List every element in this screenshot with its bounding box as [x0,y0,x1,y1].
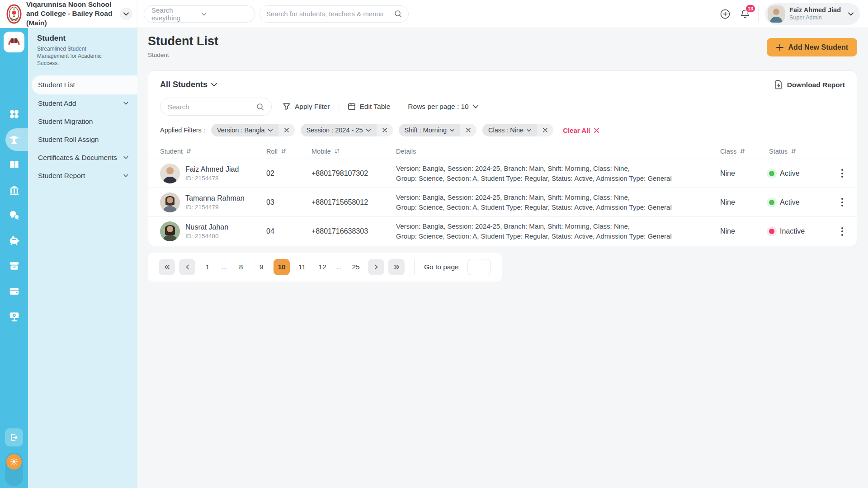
savings-piggy-icon[interactable] [0,230,28,250]
edit-table-button[interactable]: Edit Table [348,103,391,111]
table-row[interactable]: Nusrat Jahan ID: 2154480 04 +88017166383… [148,217,857,246]
goto-page-input[interactable] [467,259,491,275]
filter-chip-class-dropdown[interactable]: Class : Nine [482,124,537,136]
sidebar-item-student-list[interactable]: Student List [32,75,137,94]
chevron-down-icon [211,83,217,87]
student-id: ID: 2154478 [185,175,239,182]
table-row[interactable]: Faiz Ahmed Jiad ID: 2154478 02 +88017981… [148,159,857,188]
global-search [259,5,409,23]
chevron-down-icon [123,174,128,177]
school-chevron-down-icon[interactable] [120,8,132,20]
column-header-roll[interactable]: Roll [266,148,311,155]
remove-filter-icon[interactable] [537,124,553,136]
column-header-status[interactable]: Status [769,148,828,155]
previous-page-button[interactable] [179,259,195,275]
page-title: Student List [148,34,218,48]
sidebar-item-certificates-documents[interactable]: Certificates & Documents [28,149,137,167]
column-header-mobile[interactable]: Mobile [311,148,396,155]
row-actions-kebab-icon[interactable] [839,167,846,179]
clear-all-filters-button[interactable]: Clear All [563,127,599,134]
institution-icon[interactable] [0,180,28,200]
first-page-button[interactable] [159,259,175,275]
sort-icon [281,148,287,154]
mobile-cell: +8801716638303 [311,227,396,235]
filter-chip-class: Class : Nine [482,124,553,136]
inventory-archive-icon[interactable] [0,256,28,276]
notifications-bell-icon[interactable]: 13 [738,7,752,21]
filter-chip-version-dropdown[interactable]: Version : Bangla [211,124,278,136]
page-button[interactable]: 12 [314,259,330,275]
logout-icon[interactable] [5,428,23,446]
students-icon[interactable] [0,130,28,150]
sidebar-item-student-report[interactable]: Student Report [28,167,137,185]
add-new-student-button[interactable]: Add New Student [767,38,857,56]
sidebar-item-student-add[interactable]: Student Add [28,94,137,113]
download-report-button[interactable]: Download Report [774,80,845,89]
support-device-icon[interactable] [0,306,28,326]
theme-sun-icon[interactable] [6,454,22,469]
icon-rail [0,28,28,488]
remove-filter-icon[interactable] [377,124,393,136]
sort-icon [740,148,745,154]
column-header-details: Details [396,148,720,155]
messages-icon[interactable] [0,205,28,225]
app-logo[interactable] [4,32,24,52]
sidebar-menu: Student Streamlined Student Management f… [28,28,137,488]
search-scope-select[interactable]: Search eveything [144,5,255,23]
avatar [160,164,180,183]
class-cell: Nine [720,227,769,235]
chevron-down-icon [123,156,128,159]
school-selector[interactable]: Viqarunnisa Noon School and College - Ba… [0,0,137,28]
goto-page-label: Go to page [424,263,459,271]
avatar [160,221,180,241]
column-header-student[interactable]: Student [160,148,266,155]
divider [399,100,399,113]
row-actions-kebab-icon[interactable] [839,196,846,208]
student-name: Tamanna Rahman [185,194,245,202]
search-icon [394,10,402,18]
rows-per-page-select[interactable]: Rows per page : 10 [408,103,478,111]
student-name: Faiz Ahmed Jiad [185,165,239,174]
page-button[interactable]: 9 [253,259,269,275]
filter-chip-session-dropdown[interactable]: Session : 2024 - 25 [301,124,377,136]
divider [758,6,759,22]
student-id: ID: 2154479 [185,204,245,211]
status-badge: Active [769,198,828,206]
remove-filter-icon[interactable] [278,124,295,136]
global-search-input[interactable] [266,10,391,18]
table-search [160,98,272,116]
module-subtitle: Streamlined Student Management for Acade… [37,45,118,67]
download-document-icon [774,80,783,89]
current-page-button[interactable]: 10 [274,259,290,275]
page-button[interactable]: 8 [233,259,249,275]
page-button[interactable]: 25 [348,259,364,275]
add-circle-icon[interactable] [718,7,732,21]
wallet-icon[interactable] [0,281,28,301]
theme-toggle[interactable] [5,453,23,486]
dashboard-icon[interactable] [0,104,28,124]
status-dot [769,229,774,234]
row-actions-kebab-icon[interactable] [839,225,846,238]
library-book-icon[interactable] [0,155,28,174]
sidebar-item-student-migration[interactable]: Student Migration [28,113,137,131]
main-content: Student List Student Add New Student All… [137,28,868,488]
sort-icon [334,148,340,154]
sidebar-item-student-roll-assign[interactable]: Student Roll Assign [28,131,137,149]
profile-menu[interactable]: Faiz Ahmed Jiad Super Admin [765,3,860,25]
next-page-button[interactable] [368,259,384,275]
roll-cell: 04 [266,227,311,235]
last-page-button[interactable] [388,259,405,275]
page-button[interactable]: 1 [199,259,216,275]
column-header-class[interactable]: Class [720,148,769,155]
divider [414,259,415,275]
pagination-ellipsis: ... [220,263,229,271]
pagination-ellipsis: ... [335,263,344,271]
user-name: Faiz Ahmed Jiad [789,6,841,14]
filter-chip-shift-dropdown[interactable]: Shift : Morning [399,124,461,136]
apply-filter-button[interactable]: Apply Filter [283,103,330,111]
page-button[interactable]: 11 [294,259,310,275]
table-row[interactable]: Tamanna Rahman ID: 2154479 03 +880171565… [148,188,857,217]
table-search-input[interactable] [168,103,253,111]
view-selector[interactable]: All Students [160,80,217,89]
remove-filter-icon[interactable] [460,124,476,136]
